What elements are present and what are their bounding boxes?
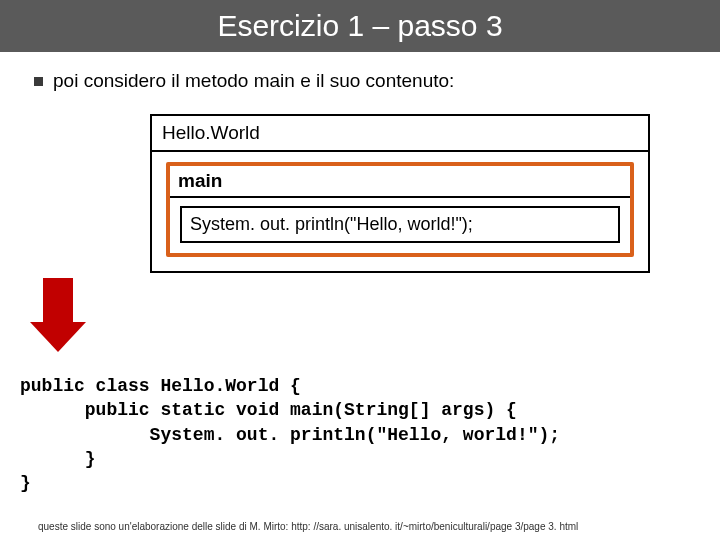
code-line-2: public static void main(String[] args) {: [20, 400, 517, 420]
code-line-3: System. out. println("Hello, world!");: [20, 425, 560, 445]
bullet-text: poi considero il metodo main e il suo co…: [53, 70, 454, 92]
down-arrow-icon: [30, 278, 90, 358]
bullet-item: poi considero il metodo main e il suo co…: [30, 70, 690, 92]
slide-content: poi considero il metodo main e il suo co…: [0, 52, 720, 273]
main-method-body: System. out. println("Hello, world!");: [170, 198, 630, 253]
outer-class-label: Hello.World: [152, 116, 648, 152]
code-line-4: }: [20, 449, 96, 469]
code-block: public class Hello.World { public static…: [20, 374, 560, 495]
class-diagram: Hello.World main System. out. println("H…: [150, 114, 650, 273]
slide-title-bar: Esercizio 1 – passo 3: [0, 0, 720, 52]
code-line-5: }: [20, 473, 31, 493]
slide-title: Esercizio 1 – passo 3: [217, 9, 502, 43]
bullet-icon: [34, 77, 43, 86]
outer-class-box: Hello.World main System. out. println("H…: [150, 114, 650, 273]
footer-attribution: queste slide sono un'elaborazione delle …: [38, 521, 578, 532]
main-method-box: main System. out. println("Hello, world!…: [166, 162, 634, 257]
outer-class-body: main System. out. println("Hello, world!…: [152, 152, 648, 271]
code-line-1: public class Hello.World {: [20, 376, 301, 396]
main-method-label: main: [170, 166, 630, 198]
statement-box: System. out. println("Hello, world!");: [180, 206, 620, 243]
